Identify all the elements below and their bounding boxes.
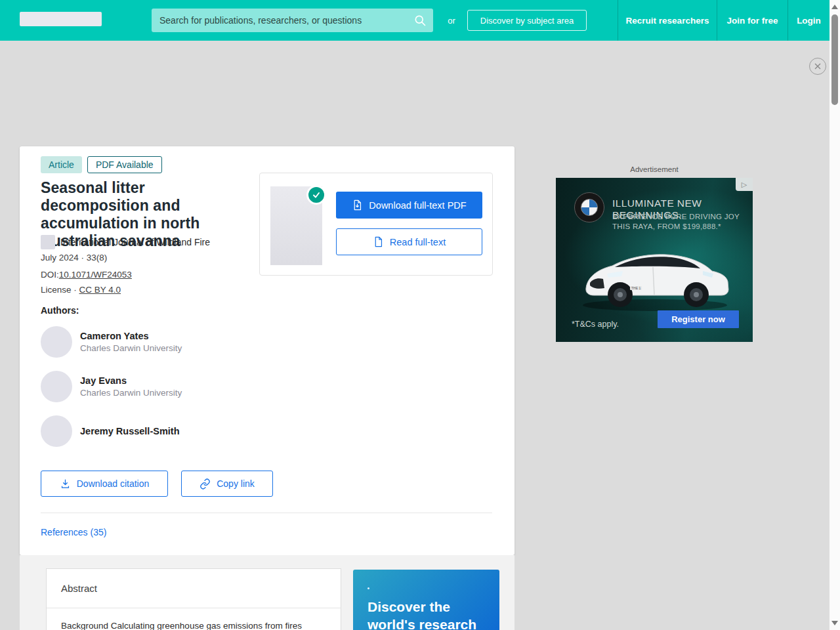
banner-dot bbox=[368, 587, 369, 589]
download-citation-button[interactable]: Download citation bbox=[41, 471, 168, 497]
author-name[interactable]: Jeremy Russell-Smith bbox=[80, 426, 180, 436]
author-row[interactable]: Jay Evans Charles Darwin University bbox=[41, 371, 182, 402]
download-icon bbox=[60, 478, 71, 490]
abstract-body: Background Calculating greenhouse gas em… bbox=[47, 608, 341, 630]
download-fulltext-pdf-label: Download full-text PDF bbox=[369, 200, 466, 211]
close-icon[interactable] bbox=[809, 58, 826, 75]
discover-subject-button[interactable]: Discover by subject area bbox=[467, 10, 587, 31]
divider bbox=[41, 513, 492, 513]
abstract-heading: Abstract bbox=[47, 569, 341, 608]
search-input[interactable] bbox=[152, 15, 407, 26]
discover-research-text: Discover the world's research bbox=[368, 598, 486, 630]
car-image bbox=[574, 237, 736, 317]
doi-link[interactable]: 10.1071/WF24053 bbox=[59, 270, 132, 280]
doi-line: DOI:10.1071/WF24053 bbox=[41, 270, 132, 280]
file-icon bbox=[373, 236, 384, 247]
top-navbar: or Discover by subject area Recruit rese… bbox=[0, 0, 830, 41]
abstract-section: Abstract Background Calculating greenhou… bbox=[20, 555, 514, 630]
ad-terms: *T&Cs apply. bbox=[572, 320, 619, 329]
journal-icon bbox=[41, 235, 55, 249]
site-logo[interactable] bbox=[20, 12, 102, 26]
references-link[interactable]: References (35) bbox=[41, 527, 106, 537]
nav-login[interactable]: Login bbox=[788, 0, 830, 41]
ad-subline-2: THIS RAYA, FROM $199,888.* bbox=[612, 222, 721, 230]
scrollbar-thumb[interactable] bbox=[831, 14, 838, 105]
journal-name[interactable]: International Journal of Wildland Fire bbox=[60, 237, 210, 247]
check-icon bbox=[306, 185, 326, 205]
license-label: License · bbox=[41, 285, 79, 295]
avatar[interactable] bbox=[41, 415, 72, 447]
publication-card: Article PDF Available Seasonal litter de… bbox=[20, 146, 514, 555]
download-fulltext-pdf-button[interactable]: Download full-text PDF bbox=[336, 192, 482, 219]
license-link[interactable]: CC BY 4.0 bbox=[79, 285, 121, 295]
scrollbar-up-arrow-icon[interactable] bbox=[831, 5, 838, 9]
advertisement-label: Advertisement bbox=[556, 165, 753, 173]
doi-label: DOI: bbox=[41, 270, 59, 280]
author-affiliation: Charles Darwin University bbox=[80, 343, 182, 353]
author-name[interactable]: Jay Evans bbox=[80, 375, 182, 386]
bmw-logo-icon bbox=[574, 192, 604, 222]
read-fulltext-button[interactable]: Read full-text bbox=[336, 228, 482, 255]
license-line: License · CC BY 4.0 bbox=[41, 285, 121, 295]
adchoices-icon[interactable]: ▷ bbox=[736, 178, 753, 191]
nav-join-for-free[interactable]: Join for free bbox=[717, 0, 788, 41]
or-separator: or bbox=[438, 0, 465, 41]
read-fulltext-label: Read full-text bbox=[390, 237, 446, 247]
author-affiliation: Charles Darwin University bbox=[80, 388, 182, 398]
ad-subline-1: EXPERIENCE PURE DRIVING JOY bbox=[612, 213, 740, 220]
date-volume: July 2024 · 33(8) bbox=[41, 253, 107, 262]
scrollbar-down-arrow-icon[interactable] bbox=[831, 621, 838, 625]
abstract-card: Abstract Background Calculating greenhou… bbox=[46, 568, 341, 630]
link-icon bbox=[200, 478, 211, 490]
pdf-available-badge: PDF Available bbox=[87, 156, 162, 173]
author-row[interactable]: Cameron Yates Charles Darwin University bbox=[41, 326, 182, 358]
download-file-icon bbox=[352, 200, 363, 211]
authors-label: Authors: bbox=[41, 305, 79, 316]
download-citation-label: Download citation bbox=[77, 478, 150, 489]
journal-row: International Journal of Wildland Fire bbox=[41, 235, 210, 249]
search-icon[interactable] bbox=[407, 9, 433, 32]
badge-row: Article PDF Available bbox=[41, 156, 162, 173]
avatar[interactable] bbox=[41, 326, 72, 358]
author-row[interactable]: Jeremy Russell-Smith bbox=[41, 415, 180, 447]
scrollbar[interactable] bbox=[830, 0, 840, 630]
fulltext-box: Download full-text PDF Read full-text bbox=[259, 173, 493, 276]
discover-research-banner[interactable]: Discover the world's research bbox=[353, 570, 499, 630]
avatar[interactable] bbox=[41, 371, 72, 402]
article-type-badge: Article bbox=[41, 156, 82, 173]
search-bar bbox=[152, 9, 433, 32]
advertisement-banner[interactable]: ▷ ILLUMINATE NEW BEGINNINGS. EXPERIENCE … bbox=[556, 178, 753, 342]
copy-link-button[interactable]: Copy link bbox=[181, 471, 273, 497]
author-name[interactable]: Cameron Yates bbox=[80, 331, 182, 341]
copy-link-label: Copy link bbox=[217, 478, 255, 489]
register-now-button[interactable]: Register now bbox=[658, 310, 739, 328]
nav-recruit-researchers[interactable]: Recruit researchers bbox=[618, 0, 717, 41]
car-license-plate: THE 1 bbox=[630, 286, 642, 290]
